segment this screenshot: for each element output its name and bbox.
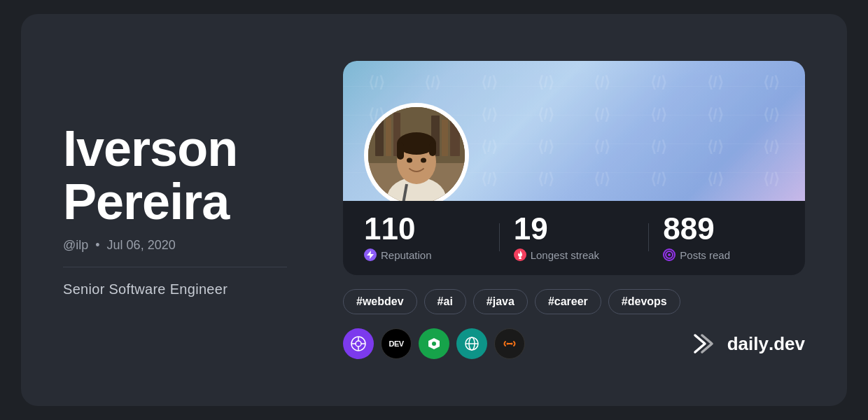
stat-divider-1 bbox=[499, 223, 500, 251]
flame-icon bbox=[514, 248, 526, 261]
tag-webdev[interactable]: #webdev bbox=[343, 289, 417, 314]
hashnode-icon[interactable] bbox=[419, 328, 449, 359]
stat-streak: 19 Longest streak bbox=[514, 214, 635, 261]
stat-posts: 889 Posts read bbox=[663, 214, 784, 261]
user-meta: @ilp • Jul 06, 2020 bbox=[63, 238, 287, 253]
brand-name: daily.dev bbox=[727, 333, 805, 355]
codepen-icon[interactable] bbox=[343, 328, 374, 359]
svg-point-26 bbox=[432, 342, 436, 346]
streak-value: 19 bbox=[514, 214, 635, 244]
tag-devops[interactable]: #devops bbox=[608, 289, 680, 314]
svg-point-31 bbox=[511, 343, 513, 345]
reputation-value: 110 bbox=[364, 214, 485, 244]
lightning-icon bbox=[364, 248, 377, 261]
svg-point-30 bbox=[507, 343, 509, 345]
brand-logo: daily.dev bbox=[690, 332, 805, 355]
divider bbox=[63, 267, 287, 267]
left-section: Iverson Pereira @ilp • Jul 06, 2020 Seni… bbox=[63, 122, 287, 298]
svg-point-19 bbox=[668, 253, 671, 256]
freecodecamp-icon[interactable] bbox=[494, 328, 525, 359]
svg-rect-14 bbox=[429, 142, 436, 156]
tag-career[interactable]: #career bbox=[535, 289, 601, 314]
tag-java[interactable]: #java bbox=[473, 289, 528, 314]
social-icons: DEV bbox=[343, 328, 525, 359]
dailydev-logo-icon bbox=[690, 332, 720, 355]
portfolio-icon[interactable] bbox=[456, 328, 487, 359]
streak-label: Longest streak bbox=[514, 248, 635, 261]
tag-ai[interactable]: #ai bbox=[424, 289, 466, 314]
avatar-svg bbox=[368, 107, 465, 201]
cover-image: ⟨/⟩⟨/⟩⟨/⟩⟨/⟩⟨/⟩⟨/⟩⟨/⟩⟨/⟩ ⟨/⟩⟨/⟩⟨/⟩⟨/⟩⟨/⟩… bbox=[343, 61, 805, 201]
svg-point-21 bbox=[356, 341, 361, 346]
devto-icon[interactable]: DEV bbox=[381, 328, 412, 359]
bottom-row: DEV bbox=[343, 328, 805, 359]
profile-panel: ⟨/⟩⟨/⟩⟨/⟩⟨/⟩⟨/⟩⟨/⟩⟨/⟩⟨/⟩ ⟨/⟩⟨/⟩⟨/⟩⟨/⟩⟨/⟩… bbox=[343, 61, 805, 275]
right-section: ⟨/⟩⟨/⟩⟨/⟩⟨/⟩⟨/⟩⟨/⟩⟨/⟩⟨/⟩ ⟨/⟩⟨/⟩⟨/⟩⟨/⟩⟨/⟩… bbox=[343, 61, 805, 359]
stat-reputation: 110 Reputation bbox=[364, 214, 485, 261]
posts-value: 889 bbox=[663, 214, 784, 244]
avatar-image bbox=[368, 107, 465, 201]
stat-divider-2 bbox=[648, 223, 649, 251]
avatar bbox=[364, 103, 469, 201]
tags-row: #webdev #ai #java #career #devops bbox=[343, 289, 805, 314]
svg-rect-3 bbox=[375, 114, 384, 156]
user-name: Iverson Pereira bbox=[63, 122, 287, 228]
svg-point-15 bbox=[407, 158, 412, 163]
svg-rect-13 bbox=[397, 142, 404, 160]
svg-point-16 bbox=[421, 158, 426, 163]
profile-card: Iverson Pereira @ilp • Jul 06, 2020 Seni… bbox=[21, 14, 847, 406]
reputation-label: Reputation bbox=[364, 248, 485, 261]
svg-rect-4 bbox=[386, 118, 391, 156]
posts-label: Posts read bbox=[663, 248, 784, 261]
job-title: Senior Software Engineer bbox=[63, 281, 287, 298]
circle-icon bbox=[663, 248, 676, 261]
stats-area: 110 Reputation 19 bbox=[343, 201, 805, 275]
svg-rect-7 bbox=[442, 120, 448, 156]
